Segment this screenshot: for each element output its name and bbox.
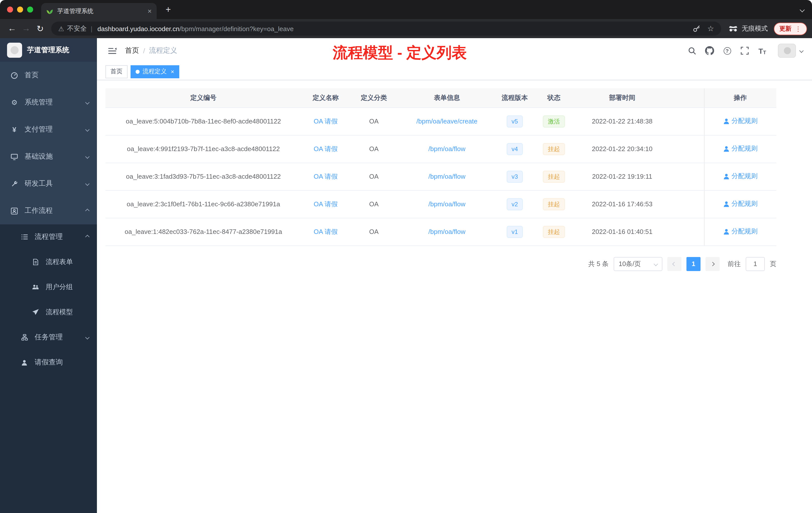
bookmark-star-icon[interactable]: ☆ [707, 24, 714, 33]
workflow-icon [10, 207, 19, 215]
assign-rule-button[interactable]: 分配规则 [723, 144, 758, 153]
browser-tab[interactable]: 芋道管理系统 × [41, 3, 157, 19]
spacer-cell [670, 190, 704, 218]
help-icon[interactable]: ? [721, 45, 733, 57]
table-row: oa_leave:2:3c1f0ef1-76b1-11ec-9c66-a2380… [106, 190, 776, 218]
prev-page-button[interactable] [667, 257, 682, 271]
definition-category: OA [350, 163, 398, 190]
minimize-window-button[interactable] [17, 6, 23, 12]
url-domain: dashboard.yudao.iocoder.cn [97, 25, 179, 32]
github-icon[interactable] [703, 45, 716, 57]
assign-rule-button[interactable]: 分配规则 [723, 200, 758, 209]
tab-search-chevron-icon[interactable] [801, 8, 804, 11]
definition-id: oa_leave:5:004b710b-7b8a-11ec-8ef0-acde4… [106, 108, 301, 135]
list-icon [20, 233, 29, 240]
menu-dots-icon[interactable]: ⋮ [795, 25, 802, 32]
page-1-button[interactable]: 1 [687, 257, 700, 271]
chevron-up-icon [85, 209, 90, 213]
assign-rule-button[interactable]: 分配规则 [723, 172, 758, 181]
update-browser-button[interactable]: 更新 ⋮ [774, 22, 807, 35]
tools-icon [10, 180, 19, 187]
breadcrumb: 首页 / 流程定义 [125, 46, 177, 55]
sidebar-menu: 首页 ⚙ 系统管理 ¥ 支付管理 基础设施 [0, 62, 97, 513]
sidebar-item-task-management[interactable]: 任务管理 [0, 325, 97, 350]
fullscreen-icon[interactable] [739, 45, 751, 57]
reload-button[interactable]: ↻ [33, 22, 47, 36]
tab-close-icon[interactable]: × [148, 7, 152, 14]
forward-button[interactable]: → [19, 22, 33, 36]
version-badge: v4 [506, 143, 523, 155]
yen-icon: ¥ [10, 125, 19, 133]
close-window-button[interactable] [7, 6, 13, 12]
definition-category: OA [350, 190, 398, 218]
sidebar-item-process-form[interactable]: 流程表单 [0, 249, 97, 275]
definition-table: 定义编号 定义名称 定义分类 表单信息 流程版本 状态 部署时间 操作 [106, 88, 776, 246]
address-bar[interactable]: ⚠ 不安全 | dashboard.yudao.iocoder.cn /bpm/… [51, 22, 721, 36]
active-dot [136, 69, 140, 73]
assign-rule-button[interactable]: 分配规则 [723, 117, 758, 126]
new-tab-button[interactable]: + [162, 3, 175, 16]
hamburger-icon[interactable] [104, 42, 121, 59]
definition-name-link[interactable]: OA 请假 [314, 145, 338, 152]
tag-close-icon[interactable]: × [171, 68, 174, 74]
col-header-id: 定义编号 [106, 88, 301, 108]
assign-rule-button[interactable]: 分配规则 [723, 227, 758, 236]
spacer-cell [670, 108, 704, 135]
form-link[interactable]: /bpm/oa/flow [428, 200, 465, 208]
breadcrumb-home[interactable]: 首页 [125, 46, 139, 55]
status-badge: 挂起 [543, 198, 565, 210]
font-size-icon[interactable]: TT [756, 45, 768, 57]
version-badge: v1 [506, 225, 523, 238]
chevron-down-icon [85, 100, 90, 105]
sidebar-item-system[interactable]: ⚙ 系统管理 [0, 89, 97, 116]
sidebar-item-devtools[interactable]: 研发工具 [0, 170, 97, 197]
deploy-time: 2022-01-22 20:34:10 [575, 135, 670, 163]
sidebar-item-home[interactable]: 首页 [0, 62, 97, 89]
paper-plane-icon [31, 309, 40, 316]
sidebar-item-workflow[interactable]: 工作流程 [0, 197, 97, 224]
avatar[interactable] [778, 44, 796, 58]
definition-category: OA [350, 135, 398, 163]
tag-process-definition[interactable]: 流程定义 × [130, 65, 179, 78]
browser-toolbar: ← → ↻ ⚠ 不安全 | dashboard.yudao.iocoder.cn… [0, 19, 812, 38]
breadcrumb-current: 流程定义 [149, 46, 177, 55]
zoom-window-button[interactable] [27, 6, 33, 12]
browser-window: 芋道管理系统 × + ← → ↻ ⚠ 不安全 | dashboard.yudao… [0, 0, 812, 513]
sidebar-item-payment[interactable]: ¥ 支付管理 [0, 116, 97, 143]
security-label[interactable]: 不安全 [67, 24, 87, 33]
next-page-button[interactable] [705, 257, 720, 271]
sidebar-item-process-management[interactable]: 流程管理 [0, 224, 97, 249]
person-icon [723, 201, 730, 207]
definition-name-link[interactable]: OA 请假 [314, 173, 338, 180]
sidebar-item-infrastructure[interactable]: 基础设施 [0, 143, 97, 170]
definition-name-link[interactable]: OA 请假 [314, 117, 338, 125]
person-icon [20, 359, 29, 366]
sidebar-logo[interactable]: 芋道管理系统 [0, 38, 97, 62]
back-button[interactable]: ← [5, 22, 19, 36]
incognito-badge: 无痕模式 [728, 24, 768, 33]
form-link[interactable]: /bpm/oa/flow [428, 228, 465, 235]
password-key-icon[interactable] [692, 25, 700, 33]
user-menu[interactable] [778, 44, 803, 58]
page-size-select[interactable]: 10条/页 [614, 257, 662, 271]
org-chart-icon [20, 334, 29, 341]
sidebar-item-user-group[interactable]: 用户分组 [0, 275, 97, 300]
definition-name-link[interactable]: OA 请假 [314, 200, 338, 208]
sidebar-item-process-model[interactable]: 流程模型 [0, 300, 97, 325]
page-title-annotation: 流程模型 - 定义列表 [317, 43, 483, 63]
search-icon[interactable] [686, 45, 698, 57]
tag-home[interactable]: 首页 [106, 65, 127, 78]
person-icon [723, 173, 730, 180]
definition-name-link[interactable]: OA 请假 [314, 228, 338, 235]
col-header-action: 操作 [704, 88, 776, 108]
form-link[interactable]: /bpm/oa/leave/create [416, 117, 477, 125]
version-badge: v5 [506, 115, 523, 127]
form-link[interactable]: /bpm/oa/flow [428, 173, 465, 180]
sidebar-item-leave-query[interactable]: 请假查询 [0, 350, 97, 375]
definition-id: oa_leave:1:482ec033-762a-11ec-8477-a2380… [106, 218, 301, 245]
form-link[interactable]: /bpm/oa/flow [428, 145, 465, 153]
deploy-time: 2022-01-22 19:19:11 [575, 163, 670, 190]
assign-rule-label: 分配规则 [732, 144, 758, 153]
spacer-cell [670, 135, 704, 163]
goto-page-input[interactable] [746, 257, 765, 271]
